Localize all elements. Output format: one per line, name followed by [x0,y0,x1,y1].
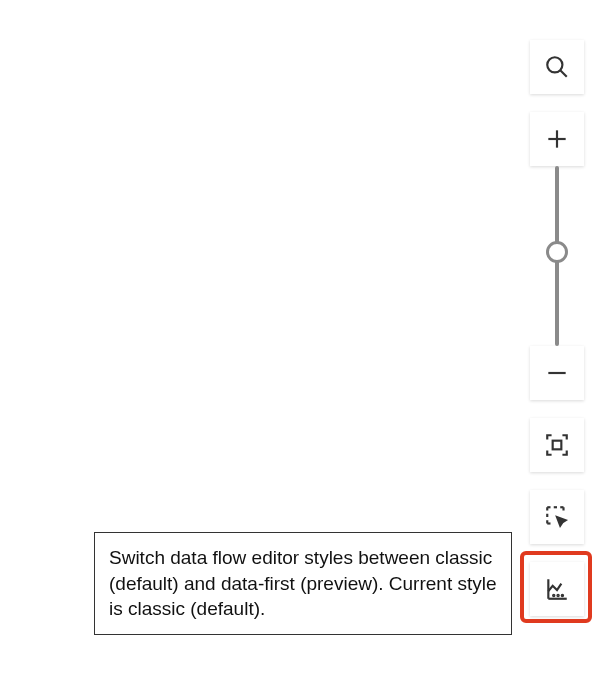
chart-style-icon [544,576,570,602]
plus-icon [544,126,570,152]
fit-to-screen-icon [544,432,570,458]
zoom-in-button[interactable] [530,112,584,166]
zoom-slider-thumb[interactable] [546,241,568,263]
svg-point-0 [547,57,562,72]
svg-point-9 [557,595,558,596]
search-icon [544,54,570,80]
canvas-toolbar [530,40,584,616]
fit-to-screen-button[interactable] [530,418,584,472]
style-switch-tooltip: Switch data flow editor styles between c… [94,532,512,635]
svg-point-8 [553,595,554,596]
svg-rect-5 [553,441,562,450]
selection-cursor-icon [544,504,570,530]
minus-icon [544,360,570,386]
svg-point-10 [562,595,563,596]
zoom-slider-group [530,112,584,400]
zoom-out-button[interactable] [530,346,584,400]
selection-tool-button[interactable] [530,490,584,544]
tooltip-text: Switch data flow editor styles between c… [109,547,497,619]
switch-style-button[interactable] [530,562,584,616]
zoom-slider-track[interactable] [555,166,559,346]
search-button[interactable] [530,40,584,94]
svg-line-1 [560,70,567,77]
